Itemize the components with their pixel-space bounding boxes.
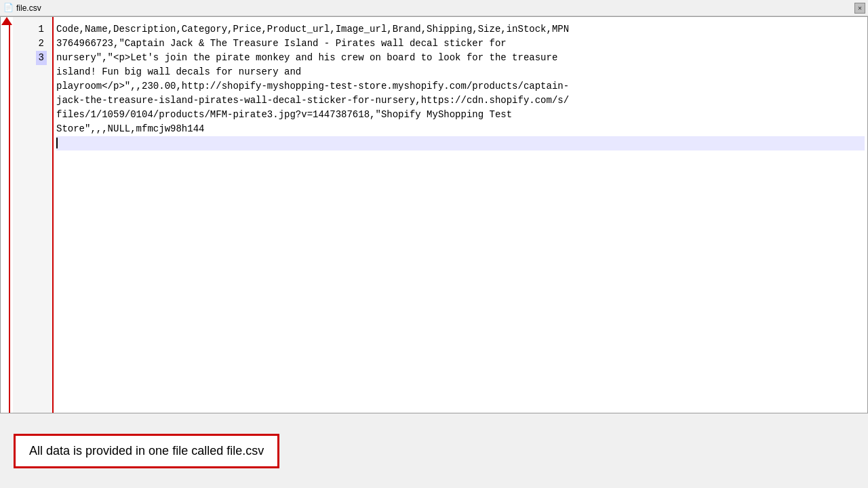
arrow-head-up xyxy=(1,17,12,25)
code-line-2b: nursery","<p>Let's join the pirate monke… xyxy=(56,51,865,65)
code-line-2a: 3764966723,"Captain Jack & The Treasure … xyxy=(56,37,865,51)
editor-container: 1 2 3 Code,Name,Description,Category,Pri… xyxy=(0,16,868,413)
title-filename: file.csv xyxy=(16,3,854,13)
code-line-2g: Store",,,NULL,mfmcjw98h144 xyxy=(56,122,865,136)
annotation-box: All data is provided in one file called … xyxy=(14,434,279,468)
line-number-3: 3 xyxy=(36,51,47,65)
title-bar: 📄 file.csv ✕ xyxy=(0,0,868,16)
close-button[interactable]: ✕ xyxy=(854,3,865,14)
line-number-1: 1 xyxy=(36,22,47,37)
code-line-2c: island! Fun big wall decals for nursery … xyxy=(56,65,865,79)
line-numbers: 1 2 3 xyxy=(13,17,54,413)
code-line-3 xyxy=(56,136,865,150)
code-line-1: Code,Name,Description,Category,Price,Pro… xyxy=(56,22,865,37)
line-number-2: 2 xyxy=(36,37,47,51)
code-line-2e: jack-the-treasure-island-pirates-wall-de… xyxy=(56,94,865,108)
left-arrow xyxy=(1,17,13,413)
arrow-line xyxy=(9,25,10,413)
annotation-text: All data is provided in one file called … xyxy=(29,444,264,458)
file-icon: 📄 xyxy=(3,3,14,14)
code-content[interactable]: Code,Name,Description,Category,Price,Pro… xyxy=(54,17,867,413)
code-line-2f: files/1/1059/0104/products/MFM-pirate3.j… xyxy=(56,108,865,122)
bottom-area: All data is provided in one file called … xyxy=(0,413,868,488)
code-line-2d: playroom</p>",,230.00,http://shopify-mys… xyxy=(56,79,865,94)
